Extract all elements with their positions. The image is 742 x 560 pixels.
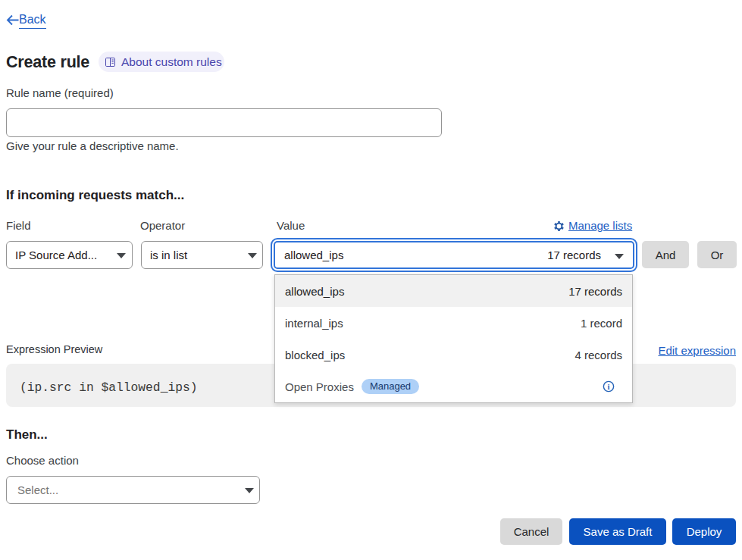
svg-text:i: i <box>608 383 610 391</box>
